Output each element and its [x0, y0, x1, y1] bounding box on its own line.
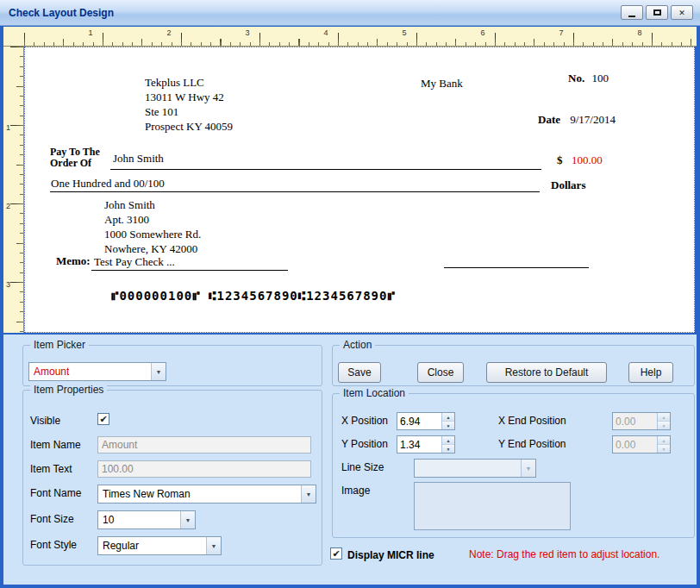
- item-name-field[interactable]: [97, 436, 311, 454]
- ruler-number: 3: [241, 28, 254, 37]
- chevron-down-icon: ▼: [151, 363, 166, 380]
- spin-buttons: ▲ ▼: [657, 436, 670, 453]
- item-properties-group: Item Properties Visible ✔ Item Name Item…: [22, 390, 322, 566]
- date-value: 9/17/2014: [570, 113, 616, 126]
- check-preview[interactable]: Tekplus LLC 13011 W Hwy 42 Ste 101 Prosp…: [24, 47, 695, 333]
- item-location-group: Item Location X Position ▲ ▼ X End Posit…: [332, 393, 695, 538]
- display-micr-label: Display MICR line: [347, 549, 434, 561]
- vertical-ruler: 1 2 3: [3, 47, 24, 333]
- help-button[interactable]: Help: [628, 362, 673, 383]
- payee-address[interactable]: John Smith Apt. 3100 1000 Somewhere Rd. …: [104, 197, 201, 256]
- title-bar[interactable]: Check Layout Design ✕: [0, 0, 700, 26]
- close-button[interactable]: ✕: [671, 5, 693, 20]
- memo-line: [91, 270, 288, 271]
- restore-default-button[interactable]: Restore to Default: [486, 362, 607, 383]
- x-position-input[interactable]: [397, 413, 441, 429]
- chevron-down-icon: ▼: [521, 460, 535, 477]
- y-end-position-stepper: ▲ ▼: [612, 435, 671, 454]
- spin-up-icon[interactable]: ▲: [442, 436, 454, 445]
- properties-panel: Item Picker Amount ▼ Action Save Close R…: [3, 335, 697, 585]
- font-style-dropdown[interactable]: Regular ▼: [97, 536, 222, 555]
- ruler-number: 1: [6, 123, 10, 133]
- y-position-input[interactable]: [397, 436, 441, 453]
- y-end-position-label: Y End Position: [498, 438, 566, 450]
- horizontal-ruler: 1 2 3 4 5 6 7 8: [3, 27, 697, 47]
- chevron-down-icon: ▼: [180, 511, 195, 529]
- payee-name[interactable]: John Smith: [113, 152, 164, 166]
- y-position-label: Y Position: [341, 438, 388, 450]
- line-size-dropdown: ▼: [414, 459, 536, 478]
- window-title: Check Layout Design: [9, 7, 114, 19]
- x-end-position-stepper: ▲ ▼: [612, 412, 671, 430]
- action-group: Action Save Close Restore to Default Hel…: [332, 345, 695, 386]
- memo-text[interactable]: Test Pay Check ...: [94, 255, 175, 269]
- chevron-down-icon: ▼: [206, 537, 221, 554]
- ruler-number: 3: [6, 280, 10, 290]
- line-size-label: Line Size: [341, 461, 384, 473]
- ruler-number: 2: [162, 28, 176, 37]
- spin-buttons: ▲ ▼: [441, 413, 454, 429]
- spin-up-icon: ▲: [658, 413, 670, 422]
- ruler-number: 6: [476, 28, 490, 37]
- item-picker-group: Item Picker Amount ▼: [22, 345, 322, 386]
- font-name-value: Times New Roman: [98, 488, 301, 500]
- item-picker-dropdown[interactable]: Amount ▼: [28, 362, 166, 381]
- font-size-label: Font Size: [30, 513, 74, 525]
- close-icon: ✕: [678, 9, 685, 17]
- spin-buttons: ▲ ▼: [657, 413, 670, 429]
- company-address[interactable]: Tekplus LLC 13011 W Hwy 42 Ste 101 Prosp…: [145, 75, 233, 134]
- font-size-dropdown[interactable]: 10 ▼: [97, 510, 196, 529]
- bank-name[interactable]: My Bank: [421, 77, 463, 91]
- drag-note: Note: Drag the red item to adjust locati…: [469, 548, 659, 560]
- item-text-field[interactable]: [97, 460, 311, 478]
- display-micr-checkbox[interactable]: ✔: [330, 547, 342, 560]
- spin-up-icon[interactable]: ▲: [442, 413, 454, 422]
- date-label: Date: [538, 113, 560, 126]
- micr-line[interactable]: ⑈000000100⑈ ⑆1234567890⑆1234567890⑈: [111, 289, 396, 303]
- item-name-label: Item Name: [30, 439, 81, 451]
- y-end-position-input: [613, 436, 657, 453]
- check-icon: ✔: [332, 549, 340, 559]
- signature-line: [444, 267, 589, 268]
- font-style-value: Regular: [98, 540, 206, 552]
- save-button[interactable]: Save: [338, 362, 381, 383]
- ruler-number: 5: [397, 28, 411, 37]
- check-number-label: No.: [568, 72, 584, 84]
- check-date[interactable]: Date 9/17/2014: [538, 113, 616, 127]
- visible-label: Visible: [30, 415, 60, 427]
- y-position-stepper[interactable]: ▲ ▼: [397, 435, 455, 454]
- font-size-value: 10: [98, 514, 180, 526]
- spin-down-icon: ▼: [658, 445, 670, 453]
- x-position-stepper[interactable]: ▲ ▼: [397, 412, 455, 430]
- x-end-position-input: [613, 413, 657, 429]
- chevron-down-icon: ▼: [301, 485, 316, 503]
- window-controls: ✕: [621, 5, 693, 20]
- payee-line: [110, 169, 541, 170]
- check-icon: ✔: [99, 415, 107, 424]
- spin-down-icon: ▼: [658, 422, 670, 429]
- ruler-number: 2: [6, 202, 10, 211]
- spin-down-icon[interactable]: ▼: [442, 422, 454, 429]
- minimize-button[interactable]: [621, 5, 643, 20]
- image-box: [414, 482, 571, 530]
- spin-down-icon[interactable]: ▼: [442, 445, 454, 453]
- maximize-button[interactable]: [646, 5, 668, 20]
- visible-checkbox[interactable]: ✔: [97, 413, 109, 425]
- amount-words-line: [50, 191, 540, 192]
- font-name-dropdown[interactable]: Times New Roman ▼: [97, 485, 316, 504]
- check-number-value: 100: [591, 72, 609, 84]
- item-text-label: Item Text: [30, 463, 72, 475]
- memo-label: Memo:: [56, 254, 91, 268]
- spin-buttons: ▲ ▼: [441, 436, 454, 453]
- amount-value[interactable]: 100.00: [572, 153, 603, 167]
- ruler-number: 8: [633, 28, 647, 37]
- ruler-number: 4: [319, 28, 333, 37]
- close-action-button[interactable]: Close: [417, 362, 464, 383]
- font-name-label: Font Name: [30, 487, 81, 499]
- amount-words[interactable]: One Hundred and 00/100: [51, 177, 165, 191]
- dollars-label: Dollars: [551, 178, 585, 192]
- check-layout-design-window: Check Layout Design ✕ 1 2 3 4 5 6 7 8 1 …: [0, 0, 700, 588]
- check-number[interactable]: No. 100: [568, 72, 609, 85]
- pay-to-label[interactable]: Pay To The Order Of: [50, 147, 100, 169]
- image-label: Image: [341, 485, 370, 497]
